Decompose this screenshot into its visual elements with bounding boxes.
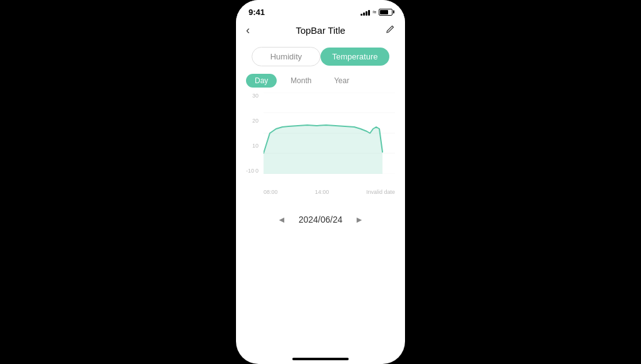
tab-humidity[interactable]: Humidity <box>252 47 320 66</box>
y-label-20: 20 <box>252 118 259 124</box>
y-label-30: 30 <box>252 93 259 99</box>
status-icons: ≈ <box>361 8 392 16</box>
date-navigation: ◄ 2024/06/24 ► <box>236 207 405 232</box>
x-label-0800: 08:00 <box>264 189 278 195</box>
content-spacer <box>236 232 405 346</box>
y-axis: 30 20 10 0 <box>246 93 261 174</box>
chart-plot <box>264 93 395 174</box>
period-day[interactable]: Day <box>246 74 277 88</box>
home-indicator <box>236 346 405 364</box>
status-bar: 9:41 ≈ <box>236 0 405 20</box>
y-label-0: 0 <box>255 168 259 174</box>
chart-wrapper: 30 20 10 0 <box>246 93 395 186</box>
signal-icon <box>361 9 370 16</box>
next-date-button[interactable]: ► <box>355 215 364 225</box>
edit-button[interactable] <box>380 24 395 37</box>
x-axis: 08:00 14:00 Invalid date <box>246 189 395 195</box>
y-label-neg10: -10 <box>246 168 254 174</box>
period-selector: Day Month Year <box>236 71 405 93</box>
period-year[interactable]: Year <box>326 74 358 88</box>
top-bar: ‹ TopBar Title <box>236 20 405 41</box>
status-time: 9:41 <box>249 8 265 17</box>
tab-temperature[interactable]: Temperature <box>320 48 389 66</box>
tab-switcher: Humidity Temperature <box>236 41 405 71</box>
phone-container: 9:41 ≈ ‹ TopBar Title Humidity Temperatu… <box>236 0 405 364</box>
wifi-icon: ≈ <box>372 8 376 16</box>
back-button[interactable]: ‹ <box>246 24 261 37</box>
current-date: 2024/06/24 <box>299 215 342 225</box>
home-bar <box>292 358 349 360</box>
page-title: TopBar Title <box>295 25 345 36</box>
prev-date-button[interactable]: ◄ <box>277 215 286 225</box>
x-label-1400: 14:00 <box>315 189 329 195</box>
x-label-invalid: Invalid date <box>366 189 395 195</box>
period-month[interactable]: Month <box>282 74 320 88</box>
chart-area: 30 20 10 0 <box>236 93 405 207</box>
y-label-10: 10 <box>252 143 259 149</box>
chart-svg <box>264 93 395 174</box>
battery-icon <box>379 9 392 16</box>
